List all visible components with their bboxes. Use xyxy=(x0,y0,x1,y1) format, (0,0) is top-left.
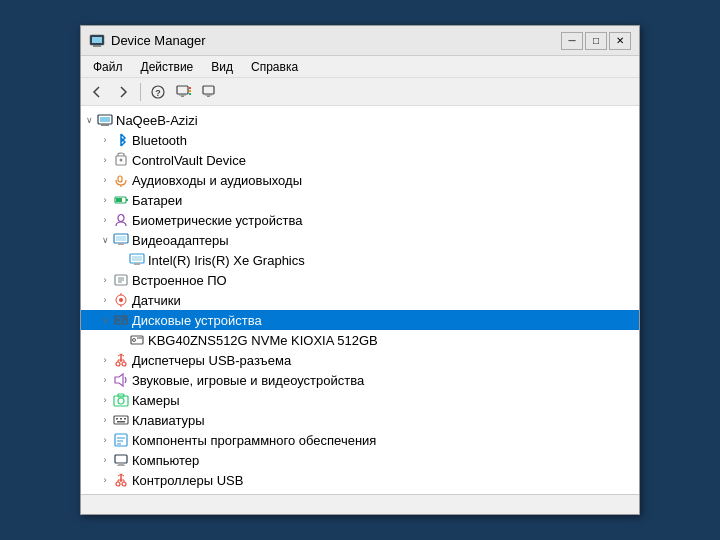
tree-expand-btn[interactable]: › xyxy=(97,372,113,388)
svg-rect-9 xyxy=(189,90,191,92)
menu-file[interactable]: Файл xyxy=(85,58,131,76)
svg-rect-54 xyxy=(116,418,118,420)
device-manager-icon-button[interactable] xyxy=(198,81,222,103)
tree-item-label: Диспетчеры USB-разъема xyxy=(132,353,291,368)
tree-item-usb-disp[interactable]: ›Диспетчеры USB-разъема xyxy=(81,350,639,370)
menu-bar: Файл Действие Вид Справка xyxy=(81,56,639,78)
tree-item-bluetooth[interactable]: ›Bluetooth xyxy=(81,130,639,150)
toolbar-sep-1 xyxy=(140,83,141,101)
tree-expand-btn[interactable]: › xyxy=(97,172,113,188)
tree-item-sensors[interactable]: ›Датчики xyxy=(81,290,639,310)
tree-expand-btn[interactable]: ∨ xyxy=(97,232,113,248)
svg-rect-12 xyxy=(205,94,212,96)
tree-item-label: NaQeeB-Azizi xyxy=(116,113,198,128)
tree-item-icon-display xyxy=(113,232,129,248)
tree-item-icon-audio xyxy=(113,172,129,188)
tree-item-label: Камеры xyxy=(132,393,180,408)
tree-item-icon-computer xyxy=(113,452,129,468)
tree-expand-btn[interactable]: › xyxy=(97,432,113,448)
tree-expand-btn[interactable]: › xyxy=(97,392,113,408)
tree-item-icon-usb-disp xyxy=(113,352,129,368)
device-manager-window: Device Manager ─ □ ✕ Файл Действие Вид С… xyxy=(80,25,640,515)
tree-expand-btn xyxy=(113,332,129,348)
minimize-button[interactable]: ─ xyxy=(561,32,583,50)
tree-expand-btn[interactable]: › xyxy=(97,412,113,428)
tree-view[interactable]: ∨NaQeeB-Azizi›Bluetooth›ControlVault Dev… xyxy=(81,106,639,494)
tree-item-sound[interactable]: ›Звуковые, игровые и видеоустройства xyxy=(81,370,639,390)
tree-item-icon-disk xyxy=(113,312,129,328)
tree-item-keyboard[interactable]: ›Клавиатуры xyxy=(81,410,639,430)
svg-text:?: ? xyxy=(155,88,161,98)
svg-point-51 xyxy=(118,398,124,404)
svg-rect-27 xyxy=(118,243,124,245)
tree-item-label: Датчики xyxy=(132,293,181,308)
svg-point-65 xyxy=(116,482,120,486)
svg-rect-30 xyxy=(134,263,140,265)
menu-view[interactable]: Вид xyxy=(203,58,241,76)
tree-expand-btn[interactable]: ∨ xyxy=(97,312,113,328)
svg-rect-62 xyxy=(115,455,127,463)
tree-item-audio[interactable]: ›Аудиовходы и аудиовыходы xyxy=(81,170,639,190)
tree-expand-btn[interactable]: › xyxy=(97,452,113,468)
tree-item-label: Батареи xyxy=(132,193,182,208)
tree-item-root[interactable]: ∨NaQeeB-Azizi xyxy=(81,110,639,130)
tree-item-usb-ctrl[interactable]: ›Контроллеры USB xyxy=(81,470,639,490)
tree-item-label: Звуковые, игровые и видеоустройства xyxy=(132,373,364,388)
tree-item-label: Контроллеры USB xyxy=(132,473,243,488)
tree-item-kbg40[interactable]: KBG40ZNS512G NVMe KIOXIA 512GB xyxy=(81,330,639,350)
svg-rect-23 xyxy=(116,198,122,202)
tree-item-icon-keyboard xyxy=(113,412,129,428)
tree-item-battery[interactable]: ›Батареи xyxy=(81,190,639,210)
properties-button[interactable] xyxy=(172,81,196,103)
tree-item-icon-software-comp xyxy=(113,432,129,448)
forward-button[interactable] xyxy=(111,81,135,103)
svg-rect-53 xyxy=(114,416,128,424)
tree-item-biometric[interactable]: ›Биометрические устройства xyxy=(81,210,639,230)
window-title: Device Manager xyxy=(111,33,555,48)
tree-item-icon-usb-ctrl xyxy=(113,472,129,488)
svg-point-24 xyxy=(118,215,124,222)
tree-item-label: Компоненты программного обеспечения xyxy=(132,433,376,448)
tree-expand-btn[interactable]: › xyxy=(97,472,113,488)
tree-item-label: Дисковые устройства xyxy=(132,313,262,328)
svg-point-47 xyxy=(116,362,120,366)
back-button[interactable] xyxy=(85,81,109,103)
tree-item-label: ControlVault Device xyxy=(132,153,246,168)
tree-item-firmware[interactable]: ›Встроенное ПО xyxy=(81,270,639,290)
svg-rect-10 xyxy=(189,93,191,95)
tree-item-display[interactable]: ∨Видеоадаптеры xyxy=(81,230,639,250)
svg-point-18 xyxy=(120,159,123,162)
tree-item-intel-gpu[interactable]: Intel(R) Iris(R) Xe Graphics xyxy=(81,250,639,270)
menu-action[interactable]: Действие xyxy=(133,58,202,76)
tree-expand-btn[interactable]: › xyxy=(97,192,113,208)
tree-expand-btn[interactable]: › xyxy=(97,152,113,168)
svg-marker-49 xyxy=(115,374,123,386)
tree-expand-btn[interactable]: › xyxy=(97,212,113,228)
close-button[interactable]: ✕ xyxy=(609,32,631,50)
maximize-button[interactable]: □ xyxy=(585,32,607,50)
tree-expand-btn[interactable]: › xyxy=(97,272,113,288)
tree-expand-btn[interactable]: ∨ xyxy=(81,112,97,128)
tree-item-camera[interactable]: ›Камеры xyxy=(81,390,639,410)
status-bar xyxy=(81,494,639,514)
tree-item-computer[interactable]: ›Компьютер xyxy=(81,450,639,470)
svg-point-66 xyxy=(122,482,126,486)
tree-item-label: KBG40ZNS512G NVMe KIOXIA 512GB xyxy=(148,333,378,348)
tree-expand-btn[interactable]: › xyxy=(97,132,113,148)
tree-item-controlvault[interactable]: ›ControlVault Device xyxy=(81,150,639,170)
tree-expand-btn[interactable]: › xyxy=(97,292,113,308)
tree-item-icon-camera xyxy=(113,392,129,408)
svg-rect-29 xyxy=(132,256,142,261)
svg-point-45 xyxy=(133,339,136,342)
tree-item-icon-kbg40 xyxy=(129,332,145,348)
help-button[interactable]: ? xyxy=(146,81,170,103)
svg-rect-6 xyxy=(179,94,186,96)
tree-item-disk[interactable]: ∨Дисковые устройства xyxy=(81,310,639,330)
menu-help[interactable]: Справка xyxy=(243,58,306,76)
tree-item-icon-bluetooth xyxy=(113,132,129,148)
tree-item-software-comp[interactable]: ›Компоненты программного обеспечения xyxy=(81,430,639,450)
svg-rect-56 xyxy=(124,418,126,420)
tree-expand-btn[interactable]: › xyxy=(97,352,113,368)
svg-rect-26 xyxy=(116,236,126,241)
svg-rect-16 xyxy=(100,117,110,122)
